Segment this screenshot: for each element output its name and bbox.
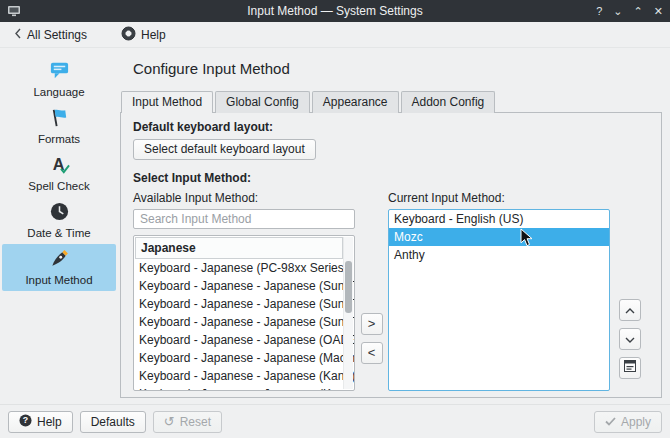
vertical-scrollbar[interactable] <box>343 237 353 389</box>
window-help-button[interactable]: ? <box>596 0 602 22</box>
help-icon <box>121 26 136 44</box>
formats-icon <box>49 107 70 131</box>
language-icon <box>49 60 70 84</box>
content-area: Language Formats A Spell Check Date & Ti… <box>0 48 670 404</box>
current-item[interactable]: Keyboard - English (US) <box>389 210 609 228</box>
available-item[interactable]: Keyboard - Japanese - Japanese (Kana 86) <box>134 385 354 391</box>
configure-input-method-button[interactable] <box>619 357 641 379</box>
system-settings-window: Input Method — System Settings ? ⌄ ⌃ ✕ A… <box>0 0 670 438</box>
svg-text:?: ? <box>23 415 28 425</box>
available-item[interactable]: Keyboard - Japanese - Japanese (Sun Type… <box>134 277 354 295</box>
add-input-method-button[interactable]: > <box>361 313 383 335</box>
transfer-column: > < <box>355 191 388 391</box>
default-keyboard-layout-label: Default keyboard layout: <box>133 120 649 134</box>
sidebar-item-label: Language <box>33 86 84 98</box>
input-method-tab-panel: Default keyboard layout: Select default … <box>120 112 662 398</box>
close-button[interactable]: ✕ <box>654 0 663 22</box>
toolbar: All Settings Help <box>0 22 670 48</box>
list-actions-column <box>610 191 649 391</box>
available-item[interactable]: Keyboard - Japanese - Japanese (Sun Type… <box>134 295 354 313</box>
sidebar-item-label: Formats <box>38 133 80 145</box>
toolbar-help-button[interactable]: Help <box>115 24 172 46</box>
current-item[interactable]: Anthy <box>389 246 609 264</box>
scrollbar-handle[interactable] <box>345 261 352 313</box>
help-button[interactable]: ? Help <box>8 411 73 433</box>
tab-input-method[interactable]: Input Method <box>121 91 213 113</box>
input-method-icon <box>49 248 70 272</box>
all-settings-label: All Settings <box>27 28 87 42</box>
current-input-method-list[interactable]: Keyboard - English (US) Mozc Anthy <box>388 209 610 391</box>
tab-bar: Input Method Global Config Appearance Ad… <box>121 90 662 112</box>
search-input[interactable] <box>133 209 355 229</box>
move-down-button[interactable] <box>619 328 641 350</box>
window-title: Input Method — System Settings <box>0 4 670 18</box>
minimize-button[interactable]: ⌄ <box>613 0 622 22</box>
available-item[interactable]: Keyboard - Japanese - Japanese (Kana) <box>134 367 354 385</box>
chevron-left-icon <box>14 28 22 42</box>
move-up-button[interactable] <box>619 299 641 321</box>
sidebar: Language Formats A Spell Check Date & Ti… <box>0 48 118 404</box>
main-panel: Configure Input Method Input Method Glob… <box>118 48 670 404</box>
available-item[interactable]: Keyboard - Japanese - Japanese (Sun Type… <box>134 313 354 331</box>
page-title: Configure Input Method <box>133 60 662 77</box>
available-input-method-list[interactable]: Japanese Keyboard - Japanese (PC-98xx Se… <box>133 235 355 391</box>
available-item[interactable]: Keyboard - Japanese - Japanese (Macintos… <box>134 349 354 367</box>
defaults-button[interactable]: Defaults <box>80 411 146 433</box>
help-button-label: Help <box>37 415 62 429</box>
select-default-keyboard-layout-button[interactable]: Select default keyboard layout <box>133 139 316 160</box>
sidebar-item-spell-check[interactable]: A Spell Check <box>2 150 116 197</box>
titlebar[interactable]: Input Method — System Settings ? ⌄ ⌃ ✕ <box>0 0 670 22</box>
available-column: Available Input Method: Japanese Keyboar… <box>133 191 355 391</box>
tab-global-config[interactable]: Global Config <box>215 91 310 113</box>
toolbar-help-label: Help <box>141 28 166 42</box>
tab-addon-config[interactable]: Addon Config <box>401 91 496 113</box>
reset-button-label: Reset <box>180 415 211 429</box>
sidebar-item-formats[interactable]: Formats <box>2 103 116 150</box>
defaults-button-label: Defaults <box>91 415 135 429</box>
current-column: Current Input Method: Keyboard - English… <box>388 191 610 391</box>
date-time-icon <box>49 201 70 225</box>
available-input-method-label: Available Input Method: <box>133 191 355 205</box>
chevron-up-icon <box>625 302 635 317</box>
remove-input-method-button[interactable]: < <box>361 342 383 364</box>
tab-appearance[interactable]: Appearance <box>312 91 399 113</box>
help-circle-icon: ? <box>19 414 32 430</box>
list-group-header[interactable]: Japanese <box>135 237 343 259</box>
input-method-columns: Available Input Method: Japanese Keyboar… <box>133 191 649 391</box>
maximize-button[interactable]: ⌃ <box>634 0 643 22</box>
current-item-selected[interactable]: Mozc <box>389 228 609 246</box>
sidebar-item-label: Input Method <box>25 274 92 286</box>
checkmark-icon <box>605 415 616 429</box>
all-settings-button[interactable]: All Settings <box>8 26 93 44</box>
footer-bar: ? Help Defaults ↺ Reset Apply <box>0 404 670 438</box>
apply-button-label: Apply <box>621 415 651 429</box>
sidebar-item-date-time[interactable]: Date & Time <box>2 197 116 244</box>
reset-button[interactable]: ↺ Reset <box>153 411 222 433</box>
apply-button[interactable]: Apply <box>594 411 662 433</box>
sidebar-item-label: Date & Time <box>27 227 90 239</box>
chevron-down-icon <box>625 331 635 346</box>
available-item[interactable]: Keyboard - Japanese - Japanese (OADG 109… <box>134 331 354 349</box>
app-icon <box>7 4 21 18</box>
current-input-method-label: Current Input Method: <box>388 191 610 205</box>
window-controls: ? ⌄ ⌃ ✕ <box>596 0 663 22</box>
reset-icon: ↺ <box>164 415 175 428</box>
select-input-method-label: Select Input Method: <box>133 171 649 185</box>
spell-check-icon: A <box>49 154 70 178</box>
sidebar-item-language[interactable]: Language <box>2 56 116 103</box>
configure-icon <box>624 360 636 375</box>
sidebar-item-label: Spell Check <box>28 180 89 192</box>
sidebar-item-input-method[interactable]: Input Method <box>2 244 116 291</box>
available-item[interactable]: Keyboard - Japanese (PC-98xx Series) <box>134 259 354 277</box>
